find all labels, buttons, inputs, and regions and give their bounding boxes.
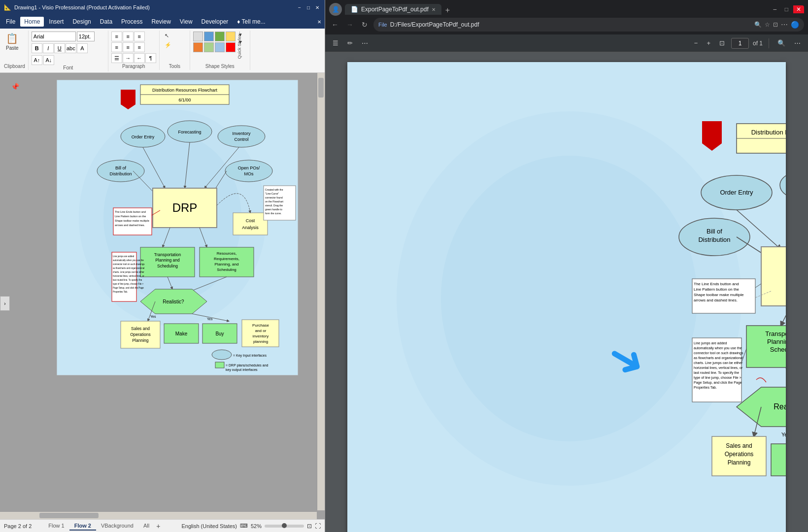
- fullscreen-icon[interactable]: ⛶: [315, 523, 321, 530]
- menu-review[interactable]: Review: [147, 17, 174, 27]
- list-button[interactable]: ☰: [111, 53, 122, 63]
- pdf-more2-button[interactable]: ⋯: [792, 38, 803, 48]
- align-right2-button[interactable]: ≡: [134, 42, 145, 52]
- svg-text:Distribution: Distribution: [698, 236, 730, 243]
- svg-text:Bill of: Bill of: [115, 166, 127, 170]
- paste-button[interactable]: 📋 Paste: [4, 32, 21, 52]
- style-swatch[interactable]: [215, 32, 225, 41]
- menu-data[interactable]: Data: [96, 17, 116, 27]
- font-name-input[interactable]: [32, 32, 76, 41]
- indent-button[interactable]: →: [123, 53, 134, 63]
- style-swatch[interactable]: [193, 42, 203, 52]
- tab-flow1[interactable]: Flow 1: [43, 522, 69, 531]
- vertical-scrollbar[interactable]: [317, 73, 325, 510]
- menu-home[interactable]: Home: [20, 17, 44, 27]
- bold-button[interactable]: B: [32, 43, 42, 53]
- decrease-font-button[interactable]: A↓: [43, 55, 54, 65]
- svg-text:Properties Tab.: Properties Tab.: [694, 386, 717, 390]
- address-bar[interactable]: File D:/Files/ExportPageToPdf_out.pdf 🔍 …: [373, 18, 804, 32]
- increase-font-button[interactable]: A↑: [32, 55, 42, 65]
- outdent-button[interactable]: ←: [134, 53, 145, 63]
- page-number-input[interactable]: [731, 38, 749, 49]
- tab-flow2[interactable]: Flow 2: [69, 522, 96, 531]
- vertical-scroll-thumb[interactable]: [318, 78, 324, 98]
- tab-all[interactable]: All: [138, 522, 154, 531]
- pdf-search-button[interactable]: 🔍: [775, 38, 788, 48]
- pdf-more-button[interactable]: ⋯: [359, 38, 370, 48]
- shape-styles-group: ▼ ▼ Quick Styles - Shape Styles: [191, 31, 250, 70]
- svg-text:The Line Ends button and: The Line Ends button and: [694, 282, 739, 286]
- minimize-button[interactable]: −: [296, 4, 303, 11]
- style-swatch[interactable]: [193, 32, 203, 41]
- pointer-tool-button[interactable]: ↖: [163, 32, 173, 40]
- sidebar-collapse-button[interactable]: ›: [0, 296, 10, 311]
- close-button[interactable]: ✕: [314, 4, 321, 11]
- pin-button[interactable]: 📌: [11, 83, 19, 91]
- pdf-content-area[interactable]: Distribution Resources Flowchart 6/1/00 …: [325, 52, 808, 532]
- style-swatch[interactable]: [226, 42, 236, 52]
- maximize-button[interactable]: □: [305, 4, 312, 11]
- zoom-in-button[interactable]: +: [704, 38, 713, 48]
- style-swatch[interactable]: [215, 42, 225, 52]
- tools-group: ↖ ⚡ Tools: [161, 31, 190, 70]
- align-right-button[interactable]: ≡: [134, 32, 145, 41]
- svg-text:Analysis: Analysis: [242, 225, 259, 230]
- refresh-button[interactable]: ↻: [359, 19, 370, 31]
- svg-text:Shape toolbar make multiple: Shape toolbar make multiple: [694, 293, 744, 297]
- font-color-button[interactable]: A: [77, 43, 88, 53]
- font-size-input[interactable]: [77, 32, 95, 41]
- svg-text:Line Pattern button on the: Line Pattern button on the: [115, 215, 146, 218]
- tab-vbackground[interactable]: VBackground: [96, 522, 138, 531]
- browser-maximize-button[interactable]: □: [782, 5, 791, 13]
- fit-page-button[interactable]: ⊡: [717, 38, 727, 48]
- browser-profile-avatar[interactable]: 👤: [329, 3, 342, 16]
- underline-button[interactable]: U: [54, 43, 65, 53]
- menu-insert[interactable]: Insert: [45, 17, 67, 27]
- fit-page-icon[interactable]: ⊡: [307, 523, 312, 530]
- horizontal-scroll-thumb[interactable]: [39, 513, 99, 518]
- browser-tab-active[interactable]: 📄 ExportPageToPdf_out.pdf ✕: [345, 4, 441, 15]
- add-page-button[interactable]: +: [154, 522, 162, 531]
- menu-tell[interactable]: ♦ Tell me...: [233, 17, 269, 27]
- language-indicator: English (United States): [181, 523, 237, 529]
- menu-file[interactable]: File: [2, 17, 19, 27]
- more-options-icon[interactable]: ⋯: [781, 21, 788, 29]
- svg-rect-28: [233, 213, 268, 235]
- zoom-out-button[interactable]: −: [692, 38, 701, 48]
- italic-button[interactable]: I: [43, 43, 54, 53]
- draw-button[interactable]: ✏: [345, 38, 355, 48]
- browser-minimize-button[interactable]: −: [770, 5, 780, 13]
- style-swatch[interactable]: [204, 42, 214, 52]
- strikethrough-button[interactable]: abc: [66, 43, 76, 53]
- toc-toggle-button[interactable]: ☰: [330, 38, 341, 48]
- forward-button[interactable]: →: [344, 19, 356, 31]
- align-left-button[interactable]: ≡: [111, 32, 122, 41]
- horizontal-scrollbar[interactable]: [0, 511, 317, 519]
- style-swatch[interactable]: [204, 32, 214, 41]
- align-center2-button[interactable]: ≡: [123, 42, 134, 52]
- svg-text:connector tool on such drawing: connector tool on such drawings: [694, 351, 743, 355]
- svg-text:Page Setup, and click the Page: Page Setup, and click the Page: [694, 381, 742, 385]
- menu-developer[interactable]: Developer: [198, 17, 233, 27]
- browser-close-button[interactable]: ✕: [793, 5, 804, 13]
- menu-design[interactable]: Design: [68, 17, 95, 27]
- more-para-button[interactable]: ¶: [145, 53, 156, 63]
- svg-text:Planning: Planning: [132, 338, 148, 343]
- back-button[interactable]: ←: [329, 19, 341, 31]
- new-tab-button[interactable]: +: [441, 6, 454, 15]
- tab-close-button[interactable]: ✕: [432, 7, 436, 12]
- zoom-slider[interactable]: [265, 525, 304, 528]
- close-ribbon-button[interactable]: ✕: [316, 18, 323, 25]
- svg-text:Planning: Planning: [728, 459, 751, 466]
- svg-text:Line jumps are added: Line jumps are added: [694, 341, 727, 345]
- align-center-button[interactable]: ≡: [123, 32, 134, 41]
- style-swatch[interactable]: [226, 32, 236, 41]
- connector-tool-button[interactable]: ⚡: [163, 41, 173, 49]
- svg-text:key output interfaces: key output interfaces: [226, 368, 258, 372]
- svg-text:Page Setup, and click the Page: Page Setup, and click the Page: [113, 287, 144, 289]
- menu-view[interactable]: View: [176, 17, 197, 27]
- align-left2-button[interactable]: ≡: [111, 42, 122, 52]
- menu-process[interactable]: Process: [117, 17, 146, 27]
- svg-rect-90: [215, 362, 224, 368]
- edge-copilot-icon[interactable]: 🔵: [791, 21, 799, 29]
